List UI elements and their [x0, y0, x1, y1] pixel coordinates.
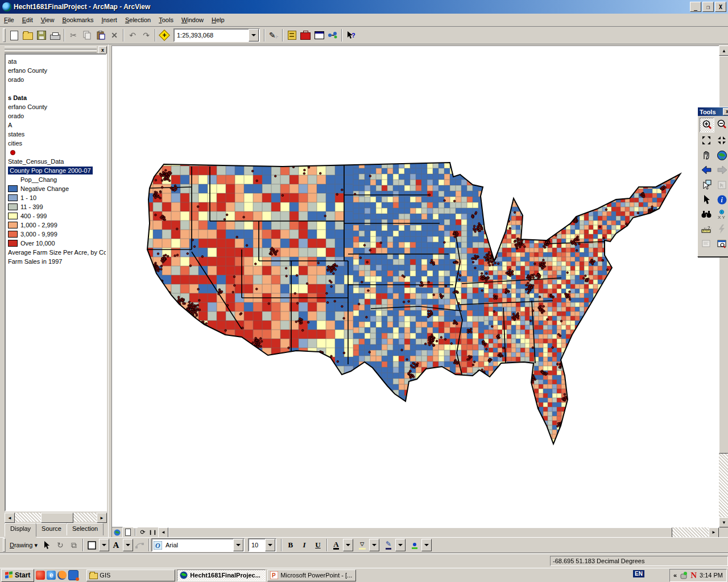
- toc-item[interactable]: orado: [6, 75, 106, 84]
- menu-tools[interactable]: Tools: [155, 15, 177, 25]
- go-back-extent-tool[interactable]: [700, 163, 713, 177]
- menu-edit[interactable]: Edit: [18, 15, 37, 25]
- text-tool-button[interactable]: A: [109, 538, 123, 552]
- shape-tool-button[interactable]: [85, 538, 99, 552]
- taskbar-button-powerpoint[interactable]: P Microsoft PowerPoint - [...: [267, 569, 356, 581]
- refresh-view-button[interactable]: ⟳: [138, 527, 148, 537]
- editor-toolbar-button[interactable]: ✎:·: [267, 28, 280, 42]
- toc-item[interactable]: Negative Change: [6, 184, 106, 193]
- font-size-combo[interactable]: 10: [248, 538, 276, 552]
- toc-item[interactable]: [6, 84, 106, 93]
- toc-horizontal-scrollbar[interactable]: ◄ ►: [5, 513, 107, 522]
- minimize-button[interactable]: _: [690, 2, 701, 12]
- map-scroll-left-arrow[interactable]: ◄: [158, 527, 168, 538]
- menu-file[interactable]: File: [0, 15, 18, 25]
- command-window-button[interactable]: [312, 28, 326, 42]
- save-button[interactable]: [35, 28, 48, 42]
- rotate-element-button[interactable]: ↻: [53, 538, 67, 552]
- toc-layer-selected[interactable]: County Pop Change 2000-07: [6, 166, 106, 175]
- menu-help[interactable]: Help: [208, 15, 229, 25]
- usa-county-choropleth-map[interactable]: [112, 46, 719, 528]
- menu-view[interactable]: View: [37, 15, 59, 25]
- redo-button[interactable]: ↷: [139, 28, 153, 42]
- fixed-zoom-out-tool[interactable]: [715, 134, 728, 147]
- taskbar-button-gis[interactable]: GIS: [86, 569, 175, 581]
- toc-item[interactable]: orado: [6, 111, 106, 120]
- toc-item[interactable]: Farm Sales in 1997: [6, 257, 106, 266]
- toc-scroll-left-arrow[interactable]: ◄: [5, 513, 15, 523]
- map-scroll-down-arrow[interactable]: ▼: [719, 517, 728, 527]
- language-indicator[interactable]: EN: [633, 570, 644, 577]
- toc-item[interactable]: 11 - 399: [6, 202, 106, 211]
- toc-item[interactable]: s Data: [6, 93, 106, 102]
- start-button[interactable]: Start: [1, 569, 34, 582]
- map-view[interactable]: [111, 45, 719, 528]
- desktop-quicklaunch-icon[interactable]: [68, 570, 78, 580]
- firefox-quicklaunch-icon[interactable]: [57, 571, 67, 580]
- font-color-button[interactable]: A: [329, 538, 343, 552]
- zoom-in-tool[interactable]: [700, 118, 714, 132]
- font-size-dropdown-arrow[interactable]: [265, 539, 275, 551]
- select-elements-tool[interactable]: [700, 193, 713, 206]
- toc-item[interactable]: Average Farm Size Per Acre, by Cou: [6, 248, 106, 257]
- toc-scroll-thumb[interactable]: [41, 513, 73, 523]
- delete-button[interactable]: ✕: [107, 28, 121, 42]
- add-data-button[interactable]: +: [158, 28, 171, 42]
- toc-scroll-right-arrow[interactable]: ►: [97, 513, 107, 523]
- toolbar-grip[interactable]: [3, 28, 6, 42]
- data-view-button[interactable]: [111, 527, 123, 538]
- text-dropdown-arrow[interactable]: [123, 539, 133, 551]
- map-scroll-up-arrow[interactable]: ▲: [719, 45, 728, 56]
- toc-item[interactable]: 3,000 - 9,999: [6, 230, 106, 239]
- tray-collapse-button[interactable]: «: [673, 572, 677, 579]
- new-document-button[interactable]: [7, 28, 21, 42]
- map-scale-combo[interactable]: 1:25,393,068: [173, 28, 260, 42]
- toc-item[interactable]: [6, 148, 106, 157]
- toc-item[interactable]: states: [6, 130, 106, 139]
- copy-button[interactable]: [80, 28, 94, 42]
- marker-color-button[interactable]: [408, 538, 421, 552]
- toc-tab-selection[interactable]: Selection: [67, 523, 104, 535]
- edit-vertices-button[interactable]: [133, 538, 147, 552]
- undo-button[interactable]: ↶: [126, 28, 139, 42]
- clear-selected-features-tool[interactable]: [715, 178, 728, 192]
- layout-view-button[interactable]: [123, 527, 133, 537]
- toc-item[interactable]: 1 - 10: [6, 193, 106, 202]
- fixed-zoom-in-tool[interactable]: [700, 134, 713, 147]
- fill-color-dropdown[interactable]: [369, 539, 379, 551]
- arctoolbox-button[interactable]: [299, 28, 312, 42]
- menu-selection[interactable]: Selection: [121, 15, 155, 25]
- toc-item[interactable]: cities: [6, 139, 106, 148]
- full-extent-tool[interactable]: [715, 148, 728, 162]
- underline-button[interactable]: U: [311, 538, 325, 552]
- find-tool[interactable]: [700, 207, 713, 221]
- bold-button[interactable]: B: [284, 538, 297, 552]
- toc-tab-display[interactable]: Display: [5, 523, 36, 537]
- close-button[interactable]: X: [715, 2, 726, 12]
- toc-item[interactable]: Over 10,000: [6, 239, 106, 248]
- shape-dropdown-arrow[interactable]: [99, 539, 109, 551]
- drawbar-grip[interactable]: [3, 538, 6, 552]
- go-forward-extent-tool[interactable]: [715, 163, 728, 177]
- tray-netware-icon[interactable]: N: [690, 571, 697, 580]
- go-to-xy-tool[interactable]: X Y: [715, 207, 728, 221]
- pause-drawing-button[interactable]: ❙❙: [148, 527, 158, 537]
- open-button[interactable]: [21, 28, 35, 42]
- line-color-dropdown[interactable]: [395, 539, 406, 551]
- fill-color-button[interactable]: 🜄: [355, 538, 369, 552]
- zoom-to-selected-button[interactable]: ⧉: [67, 538, 81, 552]
- whats-this-help-button[interactable]: ?: [344, 28, 358, 42]
- aim-quicklaunch-icon[interactable]: [36, 571, 45, 580]
- drawing-menu[interactable]: Drawing ▾: [7, 542, 40, 549]
- font-color-dropdown[interactable]: [343, 539, 353, 551]
- toc-item[interactable]: 1,000 - 2,999: [6, 221, 106, 230]
- print-button[interactable]: [48, 28, 62, 42]
- toc-item[interactable]: erfano County: [6, 102, 106, 111]
- select-features-tool[interactable]: [700, 178, 713, 192]
- arccatalog-button[interactable]: [285, 28, 299, 42]
- marker-color-dropdown[interactable]: [421, 539, 432, 551]
- font-name-combo[interactable]: O Arial: [151, 538, 245, 552]
- tools-palette-titlebar[interactable]: Tools x: [698, 107, 728, 116]
- toc-item[interactable]: 400 - 999: [6, 211, 106, 221]
- toc-item[interactable]: ata: [6, 57, 106, 66]
